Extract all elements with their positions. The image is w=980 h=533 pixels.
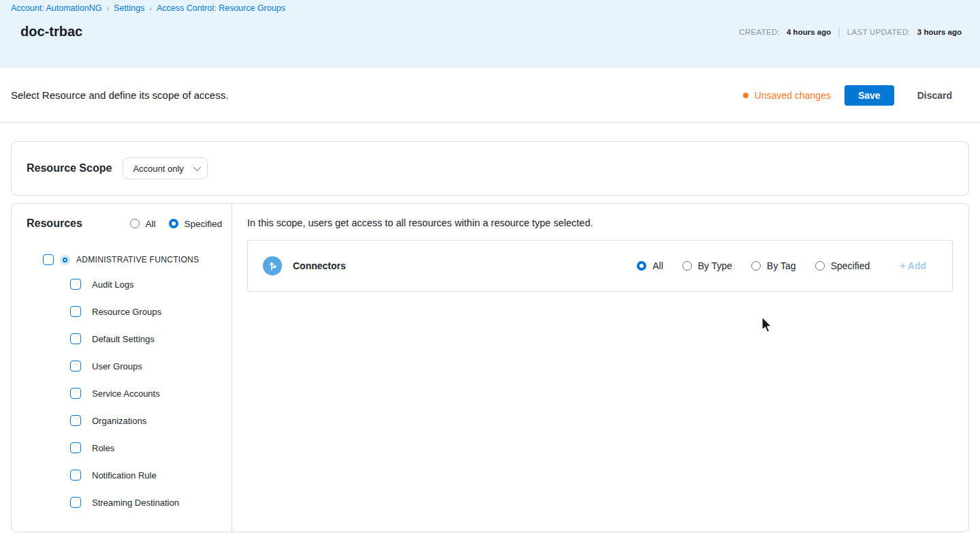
list-item-label: Notification Rule xyxy=(92,470,157,481)
list-item[interactable]: Organizations xyxy=(70,407,232,434)
resource-scope-select[interactable]: Account only xyxy=(123,157,207,179)
radio-unselected-icon[interactable] xyxy=(751,261,761,271)
connectors-by-tag-radio[interactable]: By Tag xyxy=(751,260,796,271)
breadcrumb-separator-icon: › xyxy=(106,4,109,12)
radio-unselected-icon[interactable] xyxy=(130,219,140,228)
list-item[interactable]: User Groups xyxy=(70,352,232,380)
content-area: Resource Scope Account only Resources Al… xyxy=(0,123,980,532)
list-item-label: Resource Groups xyxy=(92,307,161,317)
list-item-label: Audit Logs xyxy=(92,279,133,290)
audit-logs-checkbox[interactable] xyxy=(70,279,81,290)
resources-all-label: All xyxy=(145,219,155,229)
list-item[interactable]: Notification Rule xyxy=(70,461,232,489)
list-item-label: Streaming Destination xyxy=(92,498,179,508)
connectors-row: Connectors All By Type By Tag xyxy=(247,240,953,292)
save-button[interactable]: Save xyxy=(844,85,894,106)
resource-scope-selected-value: Account only xyxy=(133,164,183,174)
resources-all-radio[interactable]: All xyxy=(130,219,155,229)
add-resources-link[interactable]: + Add xyxy=(900,260,926,271)
admin-functions-group[interactable]: ADMINISTRATIVE FUNCTIONS xyxy=(43,254,232,265)
radio-unselected-icon[interactable] xyxy=(682,261,692,271)
admin-functions-label: ADMINISTRATIVE FUNCTIONS xyxy=(76,255,199,264)
created-label: CREATED: xyxy=(739,28,780,36)
scope-detail-pane: In this scope, users get access to all r… xyxy=(232,204,968,532)
resources-specified-radio[interactable]: Specified xyxy=(169,219,222,229)
last-updated-label: LAST UPDATED: xyxy=(847,28,911,36)
admin-functions-checkbox[interactable] xyxy=(43,254,54,265)
list-item[interactable]: Roles xyxy=(70,434,232,461)
group-indicator-icon xyxy=(60,255,70,265)
resource-type-list: Audit Logs Resource Groups Default Setti… xyxy=(12,271,232,516)
resources-card: Resources All Specified ADM xyxy=(11,203,969,532)
resources-sidebar: Resources All Specified ADM xyxy=(12,204,232,532)
list-item-label: Service Accounts xyxy=(92,389,160,399)
breadcrumb-settings-link[interactable]: Settings xyxy=(114,3,144,13)
unsaved-dot-icon xyxy=(743,93,748,98)
connectors-all-radio[interactable]: All xyxy=(637,260,663,271)
service-accounts-checkbox[interactable] xyxy=(70,388,81,399)
resources-specified-label: Specified xyxy=(184,219,222,229)
list-item[interactable]: Streaming Destination xyxy=(70,489,232,516)
notification-rule-checkbox[interactable] xyxy=(70,470,81,481)
action-toolbar: Select Resource and define its scope of … xyxy=(0,68,980,123)
page-title: doc-trbac xyxy=(11,24,82,40)
created-value: 4 hours ago xyxy=(787,28,831,36)
resources-heading: Resources xyxy=(27,217,82,230)
resource-scope-card: Resource Scope Account only xyxy=(11,141,969,196)
meta-info: CREATED: 4 hours ago | LAST UPDATED: 3 h… xyxy=(739,27,962,37)
streaming-destination-checkbox[interactable] xyxy=(70,497,81,508)
connectors-icon xyxy=(263,256,282,275)
roles-checkbox[interactable] xyxy=(70,442,81,453)
chevron-down-icon xyxy=(193,164,201,171)
connectors-by-type-label: By Type xyxy=(698,260,732,271)
breadcrumb: Account: AutomationNG › Settings › Acces… xyxy=(11,3,962,13)
scope-description: In this scope, users get access to all r… xyxy=(247,217,953,228)
meta-divider: | xyxy=(838,27,840,37)
list-item[interactable]: Resource Groups xyxy=(70,298,232,325)
list-item[interactable]: Service Accounts xyxy=(70,380,232,407)
list-item-label: Roles xyxy=(92,443,114,453)
list-item[interactable]: Audit Logs xyxy=(70,271,232,298)
connectors-specified-radio[interactable]: Specified xyxy=(815,260,870,271)
list-item-label: Organizations xyxy=(92,416,146,426)
breadcrumb-access-control-link[interactable]: Access Control: Resource Groups xyxy=(157,3,285,13)
last-updated-value: 3 hours ago xyxy=(917,28,962,36)
radio-unselected-icon[interactable] xyxy=(815,261,825,271)
discard-button[interactable]: Discard xyxy=(908,85,962,106)
list-item-label: User Groups xyxy=(92,361,142,371)
connectors-label: Connectors xyxy=(293,260,346,271)
header-band: Account: AutomationNG › Settings › Acces… xyxy=(0,0,980,68)
breadcrumb-account-link[interactable]: Account: AutomationNG xyxy=(11,3,101,13)
user-groups-checkbox[interactable] xyxy=(70,361,81,371)
radio-selected-icon[interactable] xyxy=(637,261,646,271)
toolbar-description: Select Resource and define its scope of … xyxy=(11,89,228,101)
connectors-specified-label: Specified xyxy=(831,260,870,271)
connectors-by-tag-label: By Tag xyxy=(767,260,796,271)
unsaved-changes-label: Unsaved changes xyxy=(755,90,831,101)
list-item-label: Default Settings xyxy=(92,334,155,344)
unsaved-changes-indicator: Unsaved changes xyxy=(743,90,831,101)
default-settings-checkbox[interactable] xyxy=(70,333,81,344)
connectors-all-label: All xyxy=(652,260,663,271)
resource-groups-checkbox[interactable] xyxy=(70,306,81,317)
connectors-access-options: All By Type By Tag Specified + Add xyxy=(637,260,926,271)
radio-selected-icon[interactable] xyxy=(169,219,178,228)
organizations-checkbox[interactable] xyxy=(70,415,81,426)
list-item[interactable]: Default Settings xyxy=(70,325,232,352)
breadcrumb-separator-icon: › xyxy=(149,4,152,12)
resource-scope-label: Resource Scope xyxy=(27,162,112,174)
connectors-by-type-radio[interactable]: By Type xyxy=(682,260,732,271)
